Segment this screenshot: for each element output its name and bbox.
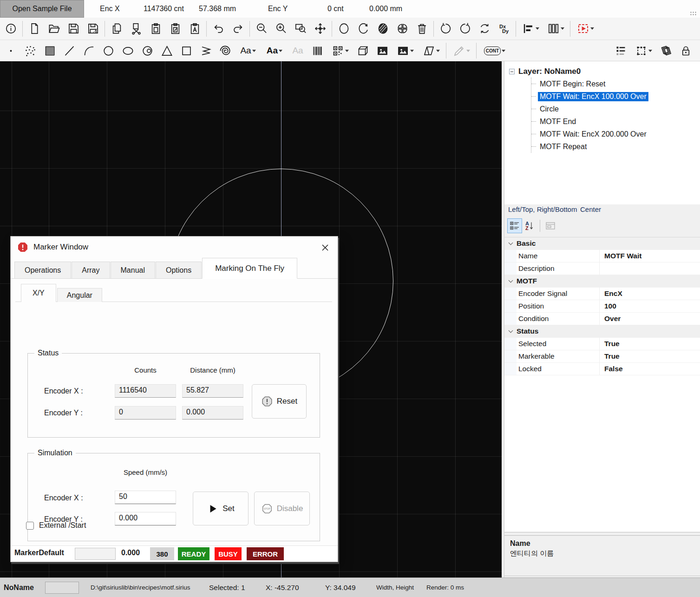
open-sample-file-button[interactable]: Open Sample File — [0, 0, 84, 18]
status-encoder-y-counts-field[interactable]: 0 — [115, 406, 176, 420]
category-row-status[interactable]: Status — [504, 325, 700, 338]
triangle-button[interactable] — [157, 41, 177, 60]
new-file-button[interactable] — [25, 19, 44, 39]
open-file-button[interactable] — [44, 19, 64, 39]
property-row[interactable]: Description — [504, 262, 700, 275]
status-encoder-x-distance-field[interactable]: 55.827 — [182, 384, 243, 398]
save-button[interactable] — [64, 19, 83, 39]
tab-options[interactable]: Options — [156, 262, 202, 278]
line-button[interactable] — [59, 41, 79, 60]
panel-splitter[interactable] — [504, 532, 700, 536]
tree-item-label[interactable]: MOTF Wait: EncX 200.000 Over — [538, 130, 648, 139]
tab-manual[interactable]: Manual — [111, 262, 155, 278]
paste-button[interactable] — [146, 19, 165, 39]
reset-button[interactable]: Reset — [252, 384, 307, 419]
collapse-icon[interactable] — [509, 69, 515, 74]
tab-operations[interactable]: Operations — [14, 262, 71, 278]
spiral-button[interactable] — [216, 41, 235, 60]
tree-item[interactable]: Circle — [531, 103, 700, 115]
pan-button[interactable] — [310, 19, 330, 39]
tree-item[interactable]: MOTF Begin: Reset — [531, 78, 700, 90]
anchor-lefttop-label[interactable]: Left/Top, Right/Bottom — [508, 205, 577, 213]
image-dropdown-caret[interactable] — [410, 50, 414, 52]
sim-encoder-y-speed-input[interactable]: 0.000 — [115, 512, 176, 525]
paste-special-button[interactable] — [165, 19, 185, 39]
ellipse-button[interactable] — [118, 41, 137, 60]
set-button[interactable]: Set — [193, 492, 249, 525]
property-row[interactable]: ConditionOver — [504, 313, 700, 325]
distribute-columns-button[interactable] — [543, 19, 568, 39]
quadrant-align-button[interactable] — [393, 19, 412, 39]
align-dropdown-caret[interactable] — [536, 27, 539, 30]
align-button[interactable] — [518, 19, 543, 39]
tree-item-label[interactable]: MOTF Wait: EncX 100.000 Over — [538, 92, 648, 101]
text-button[interactable]: Aa — [235, 41, 261, 60]
text-bold-button[interactable]: Aa — [261, 41, 288, 60]
anchor-center-label[interactable]: Center — [580, 205, 601, 213]
save-as-button[interactable] — [83, 19, 103, 39]
paste-text-button[interactable] — [185, 19, 204, 39]
tree-item[interactable]: MOTF End — [531, 115, 700, 128]
external-start-row[interactable]: External /Start — [26, 521, 86, 530]
swap-rotate-button[interactable] — [475, 19, 494, 39]
lock-button[interactable] — [676, 41, 695, 60]
property-row[interactable]: Encoder SignalEncX — [504, 288, 700, 300]
document-name-box[interactable] — [45, 582, 79, 594]
circle-button[interactable] — [98, 41, 118, 60]
shear-button[interactable] — [418, 41, 444, 60]
tab-marking-on-the-fly[interactable]: Marking On The Fly — [202, 258, 297, 279]
distribute-dropdown-caret[interactable] — [561, 27, 564, 30]
status-encoder-x-counts-field[interactable]: 1116540 — [115, 384, 176, 398]
subtab-angular[interactable]: Angular — [57, 288, 102, 302]
property-value[interactable]: True — [600, 352, 620, 361]
delete-button[interactable] — [412, 19, 432, 39]
property-value[interactable]: 100 — [600, 302, 616, 310]
categorized-view-button[interactable] — [507, 218, 522, 233]
property-row[interactable]: Position100 — [504, 300, 700, 313]
info-button[interactable] — [1, 19, 20, 39]
subtab-xy[interactable]: X/Y — [21, 284, 56, 302]
property-row[interactable]: LockedFalse — [504, 363, 700, 375]
tree-root-row[interactable]: Layer: NoName0 — [509, 65, 700, 78]
property-row[interactable]: MarkerableTrue — [504, 350, 700, 363]
ellipse-rotate-button[interactable] — [353, 19, 373, 39]
object-list-button[interactable] — [611, 41, 630, 60]
polyline-button[interactable] — [196, 41, 216, 60]
chevron-down-icon[interactable] — [508, 328, 513, 333]
tree-item-label[interactable]: MOTF Begin: Reset — [538, 79, 607, 89]
property-value[interactable]: MOTF Wait — [600, 252, 641, 260]
zoom-in-button[interactable] — [271, 19, 291, 39]
property-value[interactable]: EncX — [600, 289, 622, 298]
continuous-mode-button[interactable]: CONT — [478, 41, 511, 60]
category-row-motf[interactable]: MOTF — [504, 275, 700, 288]
text-bold-dropdown-caret[interactable] — [279, 50, 282, 52]
arc-button[interactable] — [79, 41, 98, 60]
status-encoder-y-distance-field[interactable]: 0.000 — [182, 406, 243, 420]
cut-button[interactable] — [126, 19, 146, 39]
transform-dropdown-caret[interactable] — [648, 50, 652, 52]
rotate-cw-button[interactable] — [455, 19, 475, 39]
copy-button[interactable] — [107, 19, 126, 39]
chevron-down-icon[interactable] — [508, 278, 513, 283]
property-value[interactable]: Over — [600, 315, 621, 323]
barcode-button[interactable] — [307, 41, 327, 60]
shear-dropdown-caret[interactable] — [436, 50, 440, 52]
text-dropdown-caret[interactable] — [252, 50, 256, 52]
tree-item[interactable]: MOTF Repeat — [531, 140, 700, 153]
donut-circle-button[interactable] — [137, 41, 157, 60]
tree-item-label[interactable]: MOTF Repeat — [538, 142, 589, 151]
image-button[interactable] — [373, 41, 392, 60]
external-start-checkbox[interactable] — [26, 522, 34, 530]
transform-handles-button[interactable] — [630, 41, 656, 60]
raster-fill-button[interactable] — [40, 41, 59, 60]
tree-item[interactable]: MOTF Wait: EncX 200.000 Over — [531, 128, 700, 140]
point-button[interactable] — [1, 41, 20, 60]
marking-run-button[interactable] — [572, 19, 598, 39]
tree-item-label[interactable]: MOTF End — [538, 117, 578, 126]
scatter-points-button[interactable] — [20, 41, 40, 60]
zoom-out-button[interactable] — [252, 19, 271, 39]
zoom-window-button[interactable] — [291, 19, 310, 39]
tree-item-label[interactable]: Circle — [538, 105, 561, 114]
property-value[interactable]: False — [600, 365, 623, 373]
rotate-ccw-button[interactable] — [436, 19, 455, 39]
